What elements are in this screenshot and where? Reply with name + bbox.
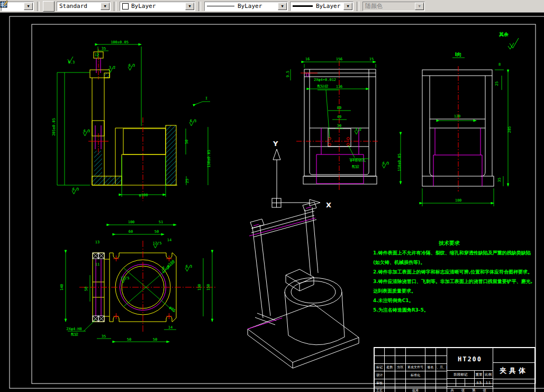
color-dropdown[interactable]: ByLayer ▼ — [120, 2, 195, 11]
title-block-cell — [425, 387, 436, 392]
dimension-text: 51 — [159, 220, 163, 224]
title-block-cell — [436, 371, 447, 379]
chevron-down-icon[interactable]: ▼ — [278, 3, 287, 10]
title-block-cell — [406, 379, 425, 387]
chevron-down-icon[interactable]: ▼ — [185, 3, 194, 10]
drawing-number-cell — [493, 379, 534, 392]
dimension-text: 14 — [167, 238, 171, 242]
dimension-text: 6.3 — [186, 265, 193, 269]
title-block-revision-grid: 标记处数分区更改文件号签名年、月、日设计标准化审核工艺批准 — [375, 348, 447, 392]
color-value: ByLayer — [131, 3, 156, 10]
title-block-cell — [406, 348, 425, 356]
linetype-dropdown[interactable]: ByLayer ▼ — [204, 2, 288, 11]
tech-requirements: 技术要求 1.铸件表面上不允许有冷隔、裂纹、缩孔和穿透性缺陷及严重的残缺类缺陷(… — [373, 240, 532, 313]
scale-label: 比例 — [484, 371, 493, 379]
lineweight-sample — [293, 5, 313, 7]
dimension-text: 50 — [84, 287, 88, 291]
title-block-cell — [436, 379, 447, 387]
material-value: HT200 — [447, 348, 493, 371]
tech-requirements-title: 技术要求 — [438, 240, 460, 246]
dimension-text: 35 — [102, 47, 106, 51]
side-view-label: I向 — [455, 52, 461, 57]
title-block-cell — [436, 356, 447, 364]
title-block-cell — [425, 356, 436, 364]
chevron-down-icon: ▼ — [415, 3, 424, 10]
dimension-text: 14 — [168, 325, 173, 330]
title-block-cell — [406, 356, 425, 364]
title-block-middle: HT200 阶段标记 重量 比例 9.5 1:1 共 张 第 张 — [447, 348, 493, 392]
title-block-right: 夹具体 — [493, 348, 534, 392]
dimension-text: 11 — [95, 262, 99, 267]
color-swatch — [122, 3, 129, 10]
toolbar-separator — [357, 2, 359, 11]
scale-value: 1:1 — [484, 379, 493, 387]
title-block-cell — [436, 387, 447, 392]
dimension-text: 60 — [129, 230, 133, 234]
chevron-down-icon[interactable]: ▼ — [101, 3, 110, 10]
dimension-text: 50 — [153, 338, 157, 342]
title-block-cell — [385, 387, 395, 392]
dimension-text: 50 — [155, 230, 159, 234]
dimension-text: 13 — [95, 240, 99, 244]
dimension-text: φ4锥销孔 — [350, 158, 366, 162]
linetype-value: ByLayer — [238, 3, 262, 10]
dimension-text: 80 — [337, 106, 341, 110]
tech-requirements-line: 3.铸件应清除浇冒口、飞刺等。非加工表面上的浇冒口残留量要铲平、磨光, — [373, 279, 532, 284]
dimension-text: 6.3 — [84, 129, 90, 133]
dimension-text: 6.3 — [129, 63, 135, 68]
title-block-cell: 标准化 — [406, 371, 425, 379]
title-block-cell — [375, 356, 385, 364]
title-block-cell — [436, 348, 447, 356]
cad-drawing: 100±0.053512205±0.05130±0.055025φ1006.33… — [0, 13, 544, 390]
dimension-text: 30 — [337, 124, 341, 128]
toolbar-separator — [198, 2, 201, 11]
chevron-down-icon[interactable]: ▼ — [24, 3, 33, 10]
dimension-text: 配铰 — [71, 332, 78, 336]
text-style-value: Standard — [59, 3, 87, 10]
dimension-text: 140 — [60, 284, 64, 291]
dimension-text: 6.3 — [190, 119, 197, 123]
title-block-cell — [425, 371, 436, 379]
dimension-text: 15 — [369, 57, 374, 61]
lineweight-value: ByLayer — [316, 3, 340, 10]
toolbar-separator — [114, 2, 116, 11]
dimension-text: 25 — [185, 179, 189, 183]
plotstyle-value: 随颜色 — [365, 2, 383, 10]
dimension-text: 110±0.05 — [397, 153, 402, 171]
linetype-sample — [207, 6, 234, 6]
dimension-text: 配钻铰 — [318, 84, 329, 88]
ucs-y-label: Y — [273, 140, 278, 148]
surface-note: 其余 — [498, 32, 519, 49]
top-view: 100516050131114140501301503550501412.56.… — [60, 220, 217, 342]
title-block-cell: 处数 — [385, 364, 395, 372]
title-block-cell: 签名 — [425, 364, 436, 372]
dimension-text: 205±0.05 — [52, 118, 56, 136]
title-block-cell — [395, 371, 406, 379]
dimension-text: 12 — [95, 53, 99, 57]
side-view: I向 82512028535180 — [422, 52, 512, 206]
dimension-text: φ100 — [139, 193, 148, 197]
dimension-text: 100±0.05 — [111, 40, 129, 44]
toolbar: ▼ Standard ▼ ByLayer ▼ ByLayer ▼ ByLayer… — [0, 0, 544, 13]
drawing-canvas[interactable]: 100±0.053512205±0.05130±0.055025φ1006.33… — [0, 13, 544, 390]
company-cell — [493, 348, 534, 363]
text-style-icon[interactable] — [43, 1, 55, 12]
weight-label: 重量 — [475, 371, 484, 379]
title-block-cell — [425, 379, 436, 387]
dimension-text: 3.2 — [109, 66, 116, 70]
title-block-cell — [395, 356, 406, 364]
tech-requirements-line: 5.为注名铸造圆角R3-5。 — [373, 307, 429, 313]
dimension-text: 8 — [498, 62, 501, 67]
part-name: 夹具体 — [493, 363, 534, 379]
title-block-cell — [425, 348, 436, 356]
dimension-text: 285 — [507, 126, 512, 133]
plotstyle-dropdown: 随颜色 ▼ — [362, 2, 425, 11]
dimension-text: 100 — [128, 220, 135, 224]
section-view: 100±0.053512205±0.05130±0.055025φ1006.33… — [52, 40, 211, 201]
stage-cell — [465, 379, 475, 387]
tech-requirements-line: 达到表面质量要求。 — [373, 288, 416, 294]
lineweight-dropdown[interactable]: ByLayer ▼ — [290, 2, 353, 11]
text-style-dropdown[interactable]: Standard ▼ — [57, 2, 111, 11]
chevron-down-icon[interactable]: ▼ — [343, 3, 352, 10]
title-block: 标记处数分区更改文件号签名年、月、日设计标准化审核工艺批准 HT200 阶段标记… — [374, 347, 536, 392]
